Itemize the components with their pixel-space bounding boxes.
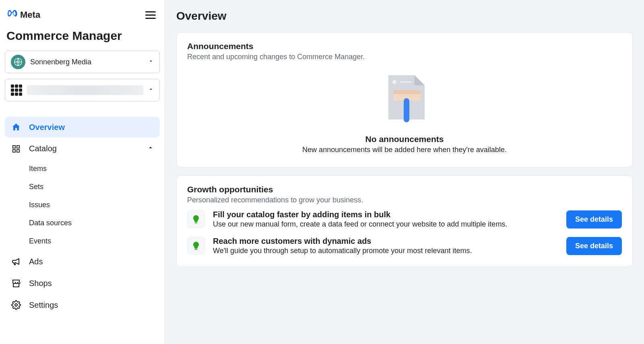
hamburger-menu-icon[interactable] (145, 11, 156, 19)
home-icon (10, 122, 22, 132)
announcements-heading: Announcements (187, 41, 622, 51)
svg-rect-4 (17, 149, 19, 152)
megaphone-icon (10, 257, 22, 266)
nav-catalog-label: Catalog (29, 144, 57, 153)
catalog-icon (10, 144, 22, 153)
app-title: Commerce Manager (5, 24, 160, 47)
svg-rect-2 (17, 145, 19, 148)
announcements-empty-subtitle: New announcements will be added here whe… (302, 146, 507, 154)
growth-opportunity-title: Reach more customers with dynamic ads (213, 237, 558, 246)
announcements-subtitle: Recent and upcoming changes to Commerce … (187, 53, 622, 61)
see-details-button[interactable]: See details (566, 237, 622, 255)
catalog-selector[interactable] (5, 79, 160, 101)
caret-down-icon (148, 58, 154, 66)
sidebar: Meta Commerce Manager Sonnenberg Media O… (0, 0, 165, 344)
nav-ads-label: Ads (29, 257, 43, 266)
brand-name: Meta (20, 10, 40, 20)
empty-document-icon (380, 73, 429, 127)
growth-opportunity: Reach more customers with dynamic ads We… (187, 231, 622, 257)
nav-sets[interactable]: Sets (29, 178, 160, 196)
growth-opportunity-text: Reach more customers with dynamic ads We… (213, 237, 558, 255)
announcements-empty-title: No announcements (365, 134, 444, 144)
nav-items[interactable]: Items (29, 160, 160, 178)
svg-point-5 (15, 304, 17, 306)
nav-issues[interactable]: Issues (29, 196, 160, 214)
see-details-button[interactable]: See details (566, 210, 622, 229)
sidebar-nav: Overview Catalog Items Sets Issues Data … (5, 117, 160, 315)
svg-rect-3 (13, 149, 15, 152)
growth-opportunity-text: Fill your catalog faster by adding items… (213, 210, 558, 229)
lightbulb-icon (187, 210, 205, 228)
growth-heading: Growth opportunities (187, 185, 622, 194)
meta-brand[interactable]: Meta (6, 8, 40, 22)
svg-rect-11 (195, 249, 197, 250)
growth-opportunity-title: Fill your catalog faster by adding items… (213, 210, 558, 219)
nav-settings-label: Settings (29, 301, 58, 310)
growth-subtitle: Personalized recommendations to grow you… (187, 196, 622, 204)
svg-rect-1 (13, 145, 15, 148)
growth-opportunity: Fill your catalog faster by adding items… (187, 204, 622, 231)
gear-icon (10, 300, 22, 310)
page-title: Overview (176, 10, 633, 23)
nav-events[interactable]: Events (29, 232, 160, 250)
nav-shops-label: Shops (29, 279, 52, 288)
nav-catalog[interactable]: Catalog (5, 138, 160, 159)
chevron-up-icon (147, 144, 154, 153)
growth-opportunity-subtitle: We'll guide you through setup to automat… (213, 247, 558, 255)
lightbulb-icon (187, 237, 205, 255)
nav-settings[interactable]: Settings (5, 295, 160, 315)
meta-logo-icon (6, 8, 18, 22)
main-content: Overview Announcements Recent and upcomi… (165, 0, 644, 344)
caret-down-icon (148, 87, 154, 94)
svg-rect-9 (404, 98, 409, 122)
account-avatar-icon (11, 55, 25, 69)
nav-overview-label: Overview (29, 123, 65, 132)
nav-shops[interactable]: Shops (5, 273, 160, 294)
announcements-card: Announcements Recent and upcoming change… (176, 32, 633, 167)
nav-data-sources[interactable]: Data sources (29, 214, 160, 232)
nav-ads[interactable]: Ads (5, 251, 160, 272)
account-selector-label: Sonnenberg Media (30, 58, 143, 66)
svg-rect-8 (393, 90, 421, 94)
growth-card: Growth opportunities Personalized recomm… (176, 175, 633, 267)
account-selector[interactable]: Sonnenberg Media (5, 51, 160, 73)
growth-opportunity-subtitle: Use our new manual form, create a data f… (213, 220, 558, 229)
grid-icon (11, 84, 22, 96)
sidebar-header: Meta (5, 6, 160, 22)
catalog-selector-placeholder (27, 85, 143, 95)
announcements-empty-state: No announcements New announcements will … (187, 61, 622, 158)
storefront-icon (10, 278, 22, 288)
svg-rect-10 (195, 222, 197, 223)
svg-point-6 (392, 80, 396, 84)
nav-overview[interactable]: Overview (5, 117, 160, 138)
nav-catalog-children: Items Sets Issues Data sources Events (5, 160, 160, 250)
